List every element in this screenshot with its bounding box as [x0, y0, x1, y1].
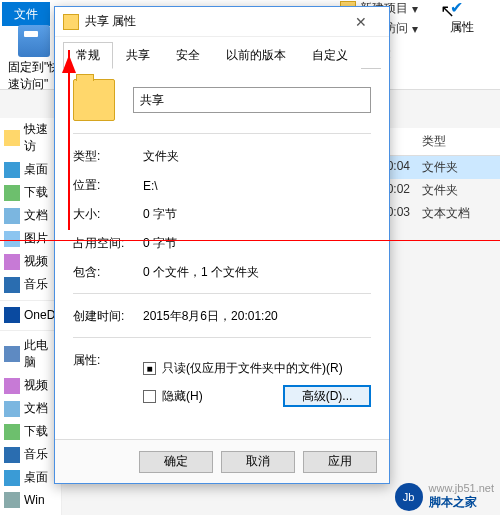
sidebar-item[interactable]: 桌面 [0, 158, 61, 181]
sidebar-item[interactable]: OneD [0, 300, 61, 326]
sidebar-item[interactable]: 下载 [0, 420, 61, 443]
location-value: E:\ [143, 179, 158, 193]
check-icon: ✔ [450, 0, 463, 16]
sidebar-item[interactable]: 软件 [0, 511, 61, 515]
created-value: 2015年8月6日，20:01:20 [143, 308, 278, 325]
sidebar-icon [4, 185, 20, 201]
folder-name-input[interactable]: 共享 [133, 87, 371, 113]
file-list[interactable]: 20:04文件夹20:02文件夹20:03文本文档 [380, 156, 500, 225]
sidebar-item[interactable]: 文档 [0, 397, 61, 420]
sidebar-icon [4, 424, 20, 440]
sidebar-icon [4, 447, 20, 463]
readonly-label: 只读(仅应用于文件夹中的文件)(R) [162, 360, 343, 377]
file-row[interactable]: 20:04文件夹 [380, 156, 500, 179]
readonly-checkbox[interactable]: ■ [143, 362, 156, 375]
sidebar-icon [4, 346, 20, 362]
file-row[interactable]: 20:03文本文档 [380, 202, 500, 225]
hidden-checkbox[interactable] [143, 390, 156, 403]
sidebar-item[interactable]: 音乐 [0, 443, 61, 466]
sidebar-icon [4, 254, 20, 270]
properties-dialog: 共享 属性 ✕ 常规 共享 安全 以前的版本 自定义 共享 类型:文件夹 位置:… [54, 6, 390, 484]
tab-custom[interactable]: 自定义 [299, 42, 361, 69]
sidebar-item[interactable]: 文档 [0, 204, 61, 227]
sidebar-icon [4, 231, 20, 247]
sidebar-icon [4, 378, 20, 394]
properties-button[interactable]: ✔ [450, 0, 496, 16]
navigation-sidebar[interactable]: 快速访桌面下载文档图片视频音乐OneD此电脑视频文档下载音乐桌面Win软件 [0, 118, 62, 515]
tab-previous-versions[interactable]: 以前的版本 [213, 42, 299, 69]
close-button[interactable]: ✕ [341, 8, 381, 36]
size-on-disk-value: 0 字节 [143, 235, 177, 252]
folder-icon [73, 79, 115, 121]
contains-value: 0 个文件，1 个文件夹 [143, 264, 259, 281]
sidebar-item[interactable]: 视频 [0, 374, 61, 397]
sidebar-item[interactable]: 音乐 [0, 273, 61, 296]
pin-to-quick-access-button[interactable]: 固定到"快速访问" [8, 25, 60, 93]
sidebar-icon [4, 277, 20, 293]
size-value: 0 字节 [143, 206, 177, 223]
sidebar-item[interactable]: 视频 [0, 250, 61, 273]
sidebar-icon [4, 307, 20, 323]
column-header-type[interactable]: 类型 [422, 133, 500, 150]
sidebar-item[interactable]: 此电脑 [0, 330, 61, 374]
watermark-logo: Jb [395, 483, 423, 511]
tab-security[interactable]: 安全 [163, 42, 213, 69]
tab-general[interactable]: 常规 [63, 42, 113, 69]
sidebar-item[interactable]: Win [0, 489, 61, 511]
sidebar-icon [4, 130, 20, 146]
file-row[interactable]: 20:02文件夹 [380, 179, 500, 202]
location-label: 位置: [73, 177, 143, 194]
sidebar-item[interactable]: 图片 [0, 227, 61, 250]
attributes-label: 属性: [73, 352, 143, 369]
pin-label: 固定到"快速访问" [8, 59, 60, 93]
cancel-button[interactable]: 取消 [221, 451, 295, 473]
sidebar-icon [4, 470, 20, 486]
pin-icon [18, 25, 50, 57]
sidebar-icon [4, 492, 20, 508]
hidden-label: 隐藏(H) [162, 388, 203, 405]
created-label: 创建时间: [73, 308, 143, 325]
ok-button[interactable]: 确定 [139, 451, 213, 473]
sidebar-item[interactable]: 快速访 [0, 118, 61, 158]
size-label: 大小: [73, 206, 143, 223]
watermark: Jb www.jb51.net 脚本之家 [395, 482, 494, 511]
sidebar-icon [4, 162, 20, 178]
sidebar-icon [4, 208, 20, 224]
size-on-disk-label: 占用空间: [73, 235, 143, 252]
dialog-title: 共享 属性 [85, 13, 341, 30]
apply-button[interactable]: 应用 [303, 451, 377, 473]
type-value: 文件夹 [143, 148, 179, 165]
advanced-button[interactable]: 高级(D)... [283, 385, 371, 407]
type-label: 类型: [73, 148, 143, 165]
folder-icon [63, 14, 79, 30]
tab-share[interactable]: 共享 [113, 42, 163, 69]
file-tab[interactable]: 文件 [2, 2, 50, 26]
sidebar-item[interactable]: 桌面 [0, 466, 61, 489]
contains-label: 包含: [73, 264, 143, 281]
sidebar-item[interactable]: 下载 [0, 181, 61, 204]
sidebar-icon [4, 401, 20, 417]
